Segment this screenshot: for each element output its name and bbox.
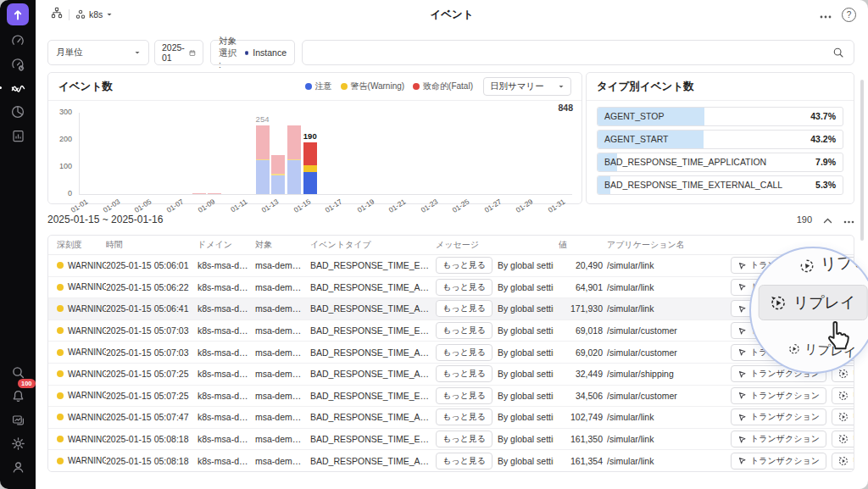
more-menu-icon[interactable] <box>820 7 832 22</box>
type-row[interactable]: BAD_RESPONSE_TIME_EXTERNAL_CALL5.3% <box>597 175 843 195</box>
cell-target: msa-demo-dep... <box>255 347 310 358</box>
sitemap-icon[interactable] <box>51 7 63 22</box>
feedback-icon[interactable] <box>6 408 30 431</box>
table-row[interactable]: WARNING2025-01-15 05:08:18k8s-msa-demoms… <box>48 429 854 451</box>
magnified-replay-button[interactable]: リプレイ <box>759 285 868 320</box>
type-row[interactable]: AGENT_START43.2% <box>597 130 843 149</box>
message-text: By global setting (timeLimi... <box>498 282 554 292</box>
summary-type-value: 日別サマリー <box>490 81 544 92</box>
cell-message: もっと見るBy global setting (timeLimi... <box>436 322 559 339</box>
transaction-button[interactable]: トランザクション <box>731 453 826 470</box>
bar-segment[interactable] <box>271 175 285 194</box>
help-icon[interactable]: ? <box>842 8 856 22</box>
column-header: 深刻度 <box>57 239 106 251</box>
cell-event-type: BAD_RESPONSE_TIME_APPLICATION <box>310 369 436 379</box>
cell-severity: WARNING <box>57 456 106 465</box>
bar-segment[interactable] <box>192 193 206 194</box>
more-button[interactable]: もっと見る <box>436 453 492 470</box>
bar-segment[interactable] <box>287 160 301 194</box>
replay-icon <box>838 434 849 444</box>
cell-value: 32,449 <box>559 369 607 379</box>
legend-item: 注意 <box>305 81 332 92</box>
table-row[interactable]: WARNING2025-01-15 05:07:25k8s-msa-demoms… <box>48 386 854 408</box>
table-row[interactable]: WARNING2025-01-15 05:07:03k8s-msa-demoms… <box>48 320 854 342</box>
more-button[interactable]: もっと見る <box>436 300 492 317</box>
event-count-title: イベント数 <box>58 80 113 94</box>
cell-time: 2025-01-15 05:07:25 <box>106 369 198 379</box>
more-button[interactable]: もっと見る <box>436 387 492 404</box>
cell-time: 2025-01-15 05:06:41 <box>106 303 198 314</box>
table-row[interactable]: WARNING2025-01-15 05:08:18k8s-msa-demoms… <box>48 450 854 472</box>
table-row[interactable]: WARNING2025-01-15 05:07:03k8s-msa-demoms… <box>48 342 854 364</box>
bar-segment[interactable] <box>287 125 301 159</box>
search-icon[interactable] <box>832 47 844 60</box>
whatap-logo-icon[interactable] <box>7 3 29 25</box>
bar-segment[interactable] <box>271 155 285 175</box>
severity-label: WARNING <box>68 413 106 422</box>
collapse-chevron-icon[interactable] <box>823 212 832 227</box>
dashboard-gauge-icon[interactable] <box>6 29 30 53</box>
more-button[interactable]: もっと見る <box>436 365 492 382</box>
bar-segment[interactable] <box>287 159 301 160</box>
month-picker-value: 2025-01 <box>162 42 185 63</box>
transaction-button[interactable]: トランザクション <box>731 431 826 447</box>
report-icon[interactable] <box>6 124 30 147</box>
table-row[interactable]: WARNING2025-01-15 05:07:47k8s-msa-demoms… <box>48 407 854 429</box>
cell-target: msa-demo-dep... <box>255 325 310 336</box>
type-row[interactable]: BAD_RESPONSE_TIME_APPLICATION7.9% <box>597 153 843 172</box>
cell-event-type: BAD_RESPONSE_TIME_APPLICATION <box>310 282 436 292</box>
more-button[interactable]: もっと見る <box>436 279 492 296</box>
table-row[interactable]: WARNING2025-01-15 05:06:22k8s-msa-demoms… <box>48 277 854 299</box>
notifications-bell-icon[interactable]: 100 <box>6 384 30 408</box>
bar-segment[interactable] <box>271 174 285 175</box>
analysis-gauge-icon[interactable] <box>6 53 30 76</box>
cell-event-type: BAD_RESPONSE_TIME_EXTERNAL_CALL <box>310 260 436 270</box>
legend-item: 警告(Warning) <box>341 81 405 92</box>
table-row[interactable]: WARNING2025-01-15 05:07:25k8s-msa-demoms… <box>48 364 854 386</box>
transaction-button[interactable]: トランザクション <box>731 408 826 425</box>
cell-time: 2025-01-15 05:07:47 <box>106 412 198 422</box>
settings-gear-icon[interactable] <box>6 431 30 455</box>
target-select-button[interactable]: 対象選択 : Instance <box>210 40 295 65</box>
chart-plot[interactable]: 254190 <box>79 113 572 195</box>
cell-value: 34,506 <box>559 391 607 401</box>
period-select[interactable]: 月単位 <box>47 40 149 65</box>
type-row[interactable]: AGENT_STOP43.7% <box>597 107 843 126</box>
more-button[interactable]: もっと見る <box>436 344 492 361</box>
event-type-header: タイプ別イベント数 <box>587 73 854 101</box>
summary-type-select[interactable]: 日別サマリー <box>483 77 571 96</box>
bar-segment[interactable] <box>303 142 317 165</box>
search-input[interactable] <box>302 40 854 65</box>
replay-button[interactable]: リプレイ <box>832 453 854 470</box>
replay-button[interactable]: リプレイ <box>832 387 854 404</box>
month-picker[interactable]: 2025-01 <box>154 40 203 65</box>
cell-value: 161,354 <box>559 456 607 466</box>
scrollbar-thumb[interactable] <box>860 80 864 241</box>
bar-segment[interactable] <box>303 172 317 194</box>
table-row[interactable]: WARNING2025-01-15 05:06:41k8s-msa-demoms… <box>48 298 854 320</box>
project-selector[interactable]: k8s <box>75 9 113 19</box>
bar-segment[interactable] <box>208 193 221 194</box>
cell-application: /simular/customer <box>607 391 726 401</box>
replay-button[interactable]: リプレイ <box>832 431 854 447</box>
transaction-cursor-icon <box>737 261 747 270</box>
cell-domain: k8s-msa-demo <box>198 456 255 466</box>
breadcrumb-divider <box>69 9 70 20</box>
more-button[interactable]: もっと見る <box>436 322 492 339</box>
bar-segment[interactable] <box>256 125 270 159</box>
table-row[interactable]: WARNING2025-01-15 05:06:01k8s-msa-demoms… <box>48 255 854 277</box>
table-more-icon[interactable] <box>843 212 854 227</box>
bar-segment[interactable] <box>256 159 270 160</box>
more-button[interactable]: もっと見る <box>436 431 492 447</box>
bar-segment[interactable] <box>256 160 270 194</box>
sidebar-item-events[interactable] <box>6 76 30 100</box>
replay-button[interactable]: リプレイ <box>832 408 854 425</box>
cell-severity: WARNING <box>57 261 106 270</box>
statistics-pie-icon[interactable] <box>6 100 30 124</box>
more-button[interactable]: もっと見る <box>436 408 492 425</box>
more-button[interactable]: もっと見る <box>436 257 492 274</box>
bar-segment[interactable] <box>303 165 317 172</box>
transaction-button[interactable]: トランザクション <box>731 387 826 404</box>
event-count-card: イベント数 注意警告(Warning)致命的(Fatal) 日別サマリー 848… <box>47 72 582 204</box>
account-person-icon[interactable] <box>6 455 30 479</box>
